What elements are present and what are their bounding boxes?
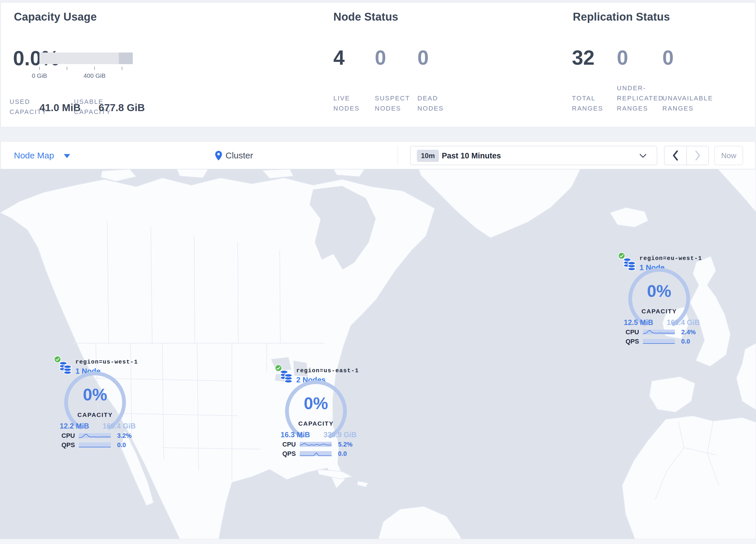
region-marker-eu-west-1[interactable]: region=eu-west-1 1 Node 0% CAPACITY 12.5…	[618, 252, 705, 349]
axis-tick	[39, 67, 40, 70]
qps-label: QPS	[626, 338, 639, 345]
axis-tick	[94, 67, 95, 70]
cpu-label: CPU	[282, 441, 296, 448]
total-capacity: 338.9 GiB	[324, 431, 357, 439]
gauge-percent: 0%	[626, 281, 693, 301]
gauge-percent: 0%	[283, 394, 349, 413]
time-nav-buttons	[664, 146, 709, 165]
capacity-bar	[39, 52, 133, 64]
gauge-label: CAPACITY	[626, 308, 693, 315]
cpu-sparkline	[300, 442, 332, 448]
now-button[interactable]: Now	[715, 146, 743, 165]
cpu-label: CPU	[61, 432, 75, 440]
total-ranges-count: 32	[572, 46, 595, 69]
unavailable-label: UNAVAILABLE RANGES	[662, 93, 715, 113]
cpu-value: 5.2%	[338, 441, 352, 448]
axis-tick	[67, 67, 67, 70]
map-toolbar: Node Map Cluster 10m Past 10 Minutes Now	[1, 141, 755, 169]
dead-nodes-count: 0	[417, 46, 429, 69]
suspect-nodes-label: SUSPECT NODES	[375, 93, 411, 113]
cpu-sparkline	[643, 329, 675, 336]
region-marker-us-west-1[interactable]: region=us-west-1 1 Node 0% CAPACITY 12.2…	[54, 356, 141, 453]
used-capacity: 16.3 MiB	[281, 431, 310, 439]
qps-label: QPS	[282, 450, 296, 458]
time-back-button[interactable]	[664, 146, 686, 165]
cpu-sparkline	[79, 433, 111, 439]
time-range-label: Past 10 Minutes	[442, 146, 501, 165]
gauge-percent: 0%	[62, 385, 128, 404]
cpu-value: 3.2%	[117, 432, 132, 440]
world-map	[0, 169, 756, 539]
qps-sparkline	[300, 451, 332, 457]
capacity-usage-title: Capacity Usage	[14, 11, 97, 23]
axis-tick-label: 400 GiB	[83, 72, 106, 79]
total-ranges-label: TOTAL RANGES	[572, 93, 602, 113]
cluster-summary-panel: Capacity Usage 0.0% 0 GiB 400 GiB USED C…	[1, 2, 755, 127]
time-range-dropdown[interactable]: 10m Past 10 Minutes	[410, 146, 657, 165]
chevron-right-icon	[695, 150, 701, 161]
capacity-bar-segment	[119, 52, 133, 64]
axis-tick	[122, 67, 122, 70]
view-selector-dropdown[interactable]: Node Map	[14, 141, 70, 169]
qps-sparkline	[79, 442, 111, 448]
axis-tick-label: 0 GiB	[32, 72, 47, 79]
live-nodes-label: LIVE NODES	[333, 93, 361, 113]
chevron-left-icon	[673, 150, 678, 161]
replication-status-title: Replication Status	[573, 11, 670, 23]
location-pin-icon	[215, 151, 222, 160]
gauge-label: CAPACITY	[283, 420, 349, 427]
time-range-badge: 10m	[417, 150, 439, 162]
qps-value: 0.0	[338, 450, 347, 458]
view-selector-label: Node Map	[14, 150, 54, 160]
cpu-value: 2.4%	[681, 329, 696, 336]
used-capacity-label: USED CAPACITY	[10, 97, 39, 117]
used-capacity: 12.5 MiB	[624, 318, 653, 327]
qps-value: 0.0	[117, 441, 126, 449]
unavailable-count: 0	[662, 46, 674, 69]
usable-capacity-value: 677.8 GiB	[99, 102, 145, 113]
chevron-down-icon	[64, 154, 70, 158]
breadcrumb[interactable]: Cluster	[215, 141, 253, 169]
qps-label: QPS	[61, 441, 75, 449]
under-replicated-count: 0	[617, 46, 628, 69]
total-capacity: 169.4 GiB	[103, 422, 136, 430]
toolbar-divider	[398, 146, 398, 165]
region-label: region=us-east-1	[296, 367, 359, 374]
time-forward-button[interactable]	[686, 146, 708, 165]
qps-sparkline	[643, 339, 675, 345]
region-label: region=eu-west-1	[639, 255, 702, 262]
page-footer-strip	[0, 539, 756, 544]
qps-value: 0.0	[681, 338, 690, 345]
region-marker-us-east-1[interactable]: region=us-east-1 2 Nodes 0% CAPACITY 16.…	[275, 365, 362, 462]
node-map	[0, 169, 756, 539]
node-status-title: Node Status	[333, 11, 398, 23]
chevron-down-icon	[639, 154, 646, 158]
dead-nodes-label: DEAD NODES	[417, 93, 446, 113]
live-nodes-count: 4	[333, 46, 345, 69]
breadcrumb-label: Cluster	[226, 150, 253, 160]
region-label: region=us-west-1	[75, 359, 138, 365]
suspect-nodes-count: 0	[375, 46, 386, 69]
used-capacity: 12.2 MiB	[60, 422, 89, 430]
total-capacity: 169.4 GiB	[667, 318, 700, 327]
gauge-label: CAPACITY	[62, 411, 128, 418]
under-replicated-label: UNDER-REPLICATED RANGES	[617, 83, 662, 113]
cpu-label: CPU	[626, 329, 639, 336]
